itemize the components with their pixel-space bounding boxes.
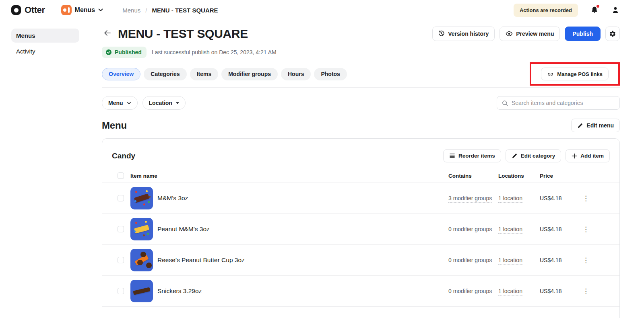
item-name[interactable]: M&M’s 3oz: [157, 195, 448, 202]
account-button[interactable]: [611, 6, 620, 14]
row-menu-button[interactable]: ⋮: [580, 286, 591, 296]
check-circle-icon: [105, 49, 112, 55]
row-checkbox[interactable]: [118, 226, 124, 232]
edit-menu-button[interactable]: Edit menu: [571, 119, 620, 132]
pencil-icon: [577, 123, 583, 129]
publish-label: Publish: [572, 31, 593, 37]
status-label: Published: [115, 49, 142, 55]
row-menu-button[interactable]: ⋮: [580, 255, 591, 265]
actions-recorded-badge: Actions are recorded: [514, 4, 578, 17]
menu-dropdown[interactable]: Menu: [102, 96, 138, 110]
back-button[interactable]: [102, 28, 113, 40]
category-card: Candy Reorder items Edit category Add it…: [102, 138, 620, 318]
item-name[interactable]: Snickers 3.29oz: [157, 287, 448, 295]
caret-down-icon: [176, 102, 179, 104]
edit-category-label: Edit category: [521, 153, 555, 159]
menu-dropdown-label: Menu: [108, 100, 123, 106]
location-dropdown-label: Location: [149, 100, 172, 106]
sidebar: Menus Activity: [0, 20, 91, 318]
eye-icon: [506, 31, 513, 37]
price-cell: US$4.18: [540, 257, 580, 263]
add-item-label: Add item: [580, 153, 604, 159]
sidebar-item-menus[interactable]: Menus: [11, 29, 79, 43]
row-checkbox[interactable]: [118, 288, 124, 294]
tab-items[interactable]: Items: [190, 68, 219, 80]
version-history-button[interactable]: Version history: [432, 27, 495, 41]
brand-name: Otter: [25, 5, 45, 15]
column-header-contains: Contains: [448, 173, 498, 179]
row-checkbox[interactable]: [118, 257, 124, 263]
item-name[interactable]: Peanut M&M’s 3oz: [157, 226, 448, 233]
location-dropdown[interactable]: Location: [142, 96, 186, 110]
publish-button[interactable]: Publish: [565, 27, 601, 41]
breadcrumb-parent[interactable]: Menus: [122, 7, 140, 14]
search-input[interactable]: [512, 100, 615, 106]
price-cell: US$4.18: [540, 195, 580, 201]
contains-cell: 0 modifier groups: [448, 226, 498, 232]
tab-modifier-groups[interactable]: Modifier groups: [221, 68, 278, 80]
select-all-checkbox[interactable]: [118, 172, 124, 179]
reorder-lines-icon: [449, 153, 455, 158]
table-row: Reese’s Peanut Butter Cup 3oz 0 modifier…: [102, 244, 619, 275]
section-divider: [102, 87, 620, 88]
column-header-item-name: Item name: [130, 173, 448, 179]
item-image: [130, 249, 153, 271]
preview-menu-label: Preview menu: [516, 31, 554, 37]
locations-cell[interactable]: 1 location: [498, 257, 540, 263]
version-history-label: Version history: [448, 31, 489, 37]
main-content: MENU - TEST SQUARE Version history Previ…: [91, 20, 644, 318]
contains-cell[interactable]: 3 modifier groups: [448, 195, 498, 201]
sidebar-item-activity[interactable]: Activity: [11, 44, 79, 58]
breadcrumb-separator: /: [145, 7, 147, 14]
breadcrumb-current: MENU - TEST SQUARE: [152, 7, 218, 14]
item-image: [130, 280, 153, 302]
add-item-button[interactable]: Add item: [566, 149, 610, 162]
tab-categories[interactable]: Categories: [144, 68, 186, 80]
contains-cell: 0 modifier groups: [448, 288, 498, 294]
column-header-price: Price: [540, 173, 580, 179]
table-bottom-divider: [102, 306, 619, 307]
tab-bar: Overview Categories Items Modifier group…: [102, 68, 347, 80]
table-header-row: Item name Contains Locations Price: [102, 169, 619, 183]
locations-cell[interactable]: 1 location: [498, 288, 540, 294]
column-header-locations: Locations: [498, 173, 540, 179]
back-arrow-icon: [103, 29, 111, 37]
price-cell: US$4.18: [540, 226, 580, 232]
app-switcher[interactable]: Menus: [61, 5, 103, 15]
edit-category-button[interactable]: Edit category: [506, 149, 561, 162]
history-icon: [438, 31, 445, 37]
contains-cell: 0 modifier groups: [448, 257, 498, 263]
item-image: [130, 218, 153, 240]
otter-logo-icon: [11, 5, 21, 15]
tab-photos[interactable]: Photos: [314, 68, 347, 80]
settings-button[interactable]: [605, 27, 620, 41]
row-menu-button[interactable]: ⋮: [580, 224, 591, 234]
price-cell: US$4.18: [540, 288, 580, 294]
locations-cell[interactable]: 1 location: [498, 226, 540, 232]
search-field[interactable]: [497, 96, 620, 110]
reorder-items-label: Reorder items: [458, 153, 495, 159]
chevron-down-icon: [98, 8, 103, 12]
notifications-button[interactable]: [590, 6, 599, 14]
tab-hours[interactable]: Hours: [281, 68, 311, 80]
menus-app-icon: [61, 5, 72, 15]
search-icon: [502, 100, 508, 106]
gear-icon: [609, 30, 616, 37]
table-row: Snickers 3.29oz 0 modifier groups 1 loca…: [102, 275, 619, 306]
preview-menu-button[interactable]: Preview menu: [500, 27, 560, 41]
tab-overview[interactable]: Overview: [102, 68, 140, 80]
last-publish-text: Last successful publish on Dec 25, 2023,…: [152, 49, 277, 55]
row-menu-button[interactable]: ⋮: [580, 193, 591, 203]
row-checkbox[interactable]: [118, 195, 124, 201]
top-bar: Otter Menus Menus / MENU - TEST SQUARE A…: [0, 0, 644, 20]
menu-section-heading: Menu: [102, 120, 127, 131]
table-row: M&M’s 3oz 3 modifier groups 1 location U…: [102, 183, 619, 213]
item-name[interactable]: Reese’s Peanut Butter Cup 3oz: [157, 256, 448, 264]
breadcrumb: Menus / MENU - TEST SQUARE: [122, 7, 218, 14]
annotation-highlight-box: Manage POS links: [530, 62, 620, 86]
locations-cell[interactable]: 1 location: [498, 195, 540, 201]
category-name: Candy: [112, 152, 135, 160]
edit-menu-label: Edit menu: [586, 122, 614, 129]
manage-pos-links-button[interactable]: Manage POS links: [541, 68, 609, 80]
reorder-items-button[interactable]: Reorder items: [443, 149, 501, 162]
